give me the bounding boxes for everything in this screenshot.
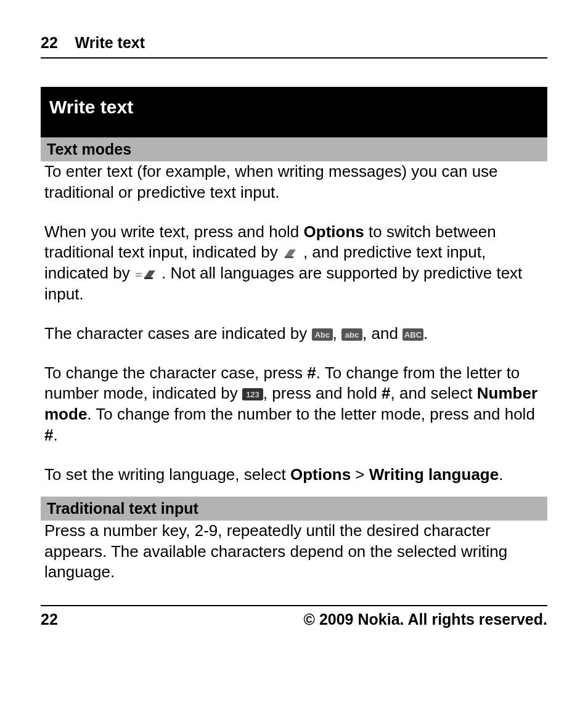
section-heading-text-modes: Text modes <box>41 137 547 161</box>
svg-text:ABC: ABC <box>404 330 422 339</box>
paragraph: To enter text (for example, when writing… <box>44 161 547 203</box>
page-footer: 22 © 2009 Nokia. All rights reserved. <box>41 605 547 629</box>
paragraph: The character cases are indicated by Abc… <box>44 323 547 344</box>
running-header: 22 Write text <box>41 33 547 59</box>
paragraph: To set the writing language, select Opti… <box>44 465 547 485</box>
case-upper-icon: ABC <box>402 325 423 338</box>
traditional-input-icon <box>282 244 303 256</box>
section-heading-traditional: Traditional text input <box>41 497 547 521</box>
writing-language-label: Writing language <box>369 465 499 484</box>
options-label: Options <box>304 222 364 241</box>
svg-marker-4 <box>144 270 155 278</box>
svg-marker-0 <box>285 250 296 257</box>
chapter-title: Write text <box>49 97 133 117</box>
chapter-title-bar: Write text <box>41 87 547 137</box>
svg-rect-5 <box>144 277 153 279</box>
svg-text:Abc: Abc <box>314 330 330 339</box>
options-label: Options <box>290 465 351 484</box>
header-section-name: Write text <box>75 34 145 51</box>
case-sentence-icon: Abc <box>312 325 333 338</box>
footer-copyright: © 2009 Nokia. All rights reserved. <box>304 610 547 629</box>
svg-text:123: 123 <box>246 390 259 399</box>
hash-key: # <box>307 364 316 382</box>
number-mode-icon: 123 <box>242 385 263 397</box>
svg-rect-3 <box>136 275 142 277</box>
svg-rect-2 <box>136 273 142 274</box>
case-lower-icon: abc <box>341 325 362 338</box>
paragraph: When you write text, press and hold Opti… <box>44 222 547 305</box>
footer-page-number: 22 <box>41 610 58 629</box>
svg-rect-1 <box>285 256 293 258</box>
paragraph: Press a number key, 2-9, repeatedly unti… <box>44 521 547 583</box>
hash-key: # <box>382 384 390 402</box>
predictive-input-icon <box>134 265 161 277</box>
hash-key: # <box>44 426 53 444</box>
paragraph: To change the character case, press #. T… <box>44 363 547 446</box>
svg-text:abc: abc <box>345 330 359 339</box>
header-page-number: 22 <box>41 34 58 51</box>
